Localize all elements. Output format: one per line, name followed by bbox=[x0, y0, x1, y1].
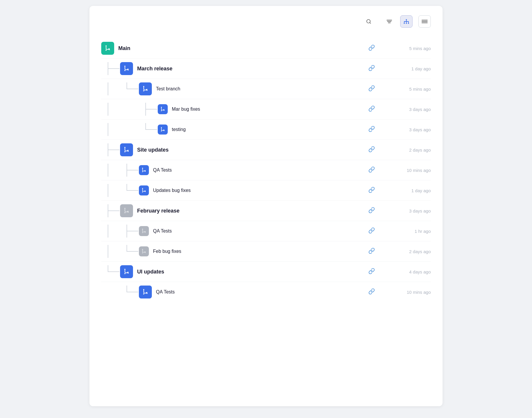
env-name: Site updates bbox=[137, 147, 169, 153]
svg-point-28 bbox=[164, 110, 164, 111]
link-button[interactable] bbox=[368, 268, 375, 276]
svg-point-19 bbox=[109, 49, 110, 50]
hamburger-icon bbox=[422, 19, 428, 24]
link-button[interactable] bbox=[368, 248, 375, 255]
link-button[interactable] bbox=[368, 166, 375, 174]
svg-point-31 bbox=[164, 130, 164, 131]
v-line bbox=[127, 245, 127, 251]
link-button[interactable] bbox=[368, 126, 375, 133]
link-button[interactable] bbox=[368, 65, 375, 72]
env-icon bbox=[139, 246, 149, 256]
svg-point-46 bbox=[145, 232, 146, 233]
env-icon bbox=[139, 82, 152, 95]
env-icon bbox=[120, 62, 133, 75]
env-name: QA Tests bbox=[153, 167, 172, 173]
svg-point-23 bbox=[143, 86, 144, 87]
tree-connector bbox=[101, 123, 158, 136]
list-item: Updates bug fixes 1 day ago bbox=[101, 180, 431, 201]
link-button[interactable] bbox=[368, 146, 375, 154]
svg-point-43 bbox=[128, 212, 129, 213]
timestamp: 1 hr ago bbox=[398, 229, 431, 234]
list-item: February release 3 days ago bbox=[101, 201, 431, 221]
env-icon bbox=[139, 286, 152, 298]
timestamp: 2 days ago bbox=[398, 249, 431, 254]
env-icon bbox=[120, 204, 133, 217]
list-item: QA Tests 1 hr ago bbox=[101, 221, 431, 241]
tree-icon bbox=[403, 19, 410, 24]
v-line bbox=[108, 184, 108, 197]
svg-point-48 bbox=[142, 253, 143, 253]
env-name: Updates bug fixes bbox=[153, 188, 191, 193]
timestamp: 4 days ago bbox=[398, 269, 431, 274]
h-line bbox=[127, 231, 138, 231]
env-name: Feb bug fixes bbox=[153, 249, 181, 254]
svg-point-47 bbox=[142, 249, 143, 250]
list-item: Mar bug fixes 3 days ago bbox=[101, 99, 431, 120]
link-button[interactable] bbox=[368, 288, 375, 296]
env-name: Main bbox=[118, 45, 130, 52]
svg-point-44 bbox=[142, 229, 143, 230]
h-line bbox=[108, 271, 119, 272]
env-icon bbox=[139, 185, 149, 195]
h-line bbox=[145, 129, 157, 130]
timestamp: 5 mins ago bbox=[398, 87, 431, 92]
svg-point-21 bbox=[124, 70, 126, 71]
v-line bbox=[108, 82, 108, 95]
svg-point-55 bbox=[147, 293, 148, 294]
tree-view-button[interactable] bbox=[400, 15, 413, 28]
env-name: QA Tests bbox=[156, 289, 175, 295]
list-item: Site updates 2 days ago bbox=[101, 140, 431, 160]
list-item: UI updates 4 days ago bbox=[101, 262, 431, 282]
env-name: QA Tests bbox=[153, 228, 172, 234]
list-item: testing 3 days ago bbox=[101, 120, 431, 140]
svg-point-42 bbox=[124, 212, 126, 213]
v-line bbox=[127, 82, 127, 89]
page-header bbox=[101, 15, 431, 28]
link-button[interactable] bbox=[368, 207, 375, 215]
tree-connector bbox=[101, 204, 120, 217]
env-name: UI updates bbox=[137, 269, 164, 275]
link-button[interactable] bbox=[368, 187, 375, 194]
env-name: February release bbox=[137, 208, 179, 214]
svg-point-38 bbox=[142, 188, 143, 189]
v-line bbox=[127, 286, 127, 292]
env-icon bbox=[101, 42, 114, 55]
timestamp: 10 mins ago bbox=[398, 290, 431, 295]
timestamp: 3 days ago bbox=[398, 127, 431, 132]
v-line bbox=[108, 103, 108, 116]
tree-connector bbox=[101, 103, 158, 116]
header-actions bbox=[364, 15, 431, 28]
svg-point-41 bbox=[124, 208, 126, 209]
env-name: testing bbox=[172, 127, 186, 132]
timestamp: 5 mins ago bbox=[398, 46, 431, 51]
h-line bbox=[127, 292, 138, 292]
list-item: QA Tests 10 mins ago bbox=[101, 160, 431, 180]
env-icon bbox=[120, 143, 133, 156]
tree-connector bbox=[101, 143, 120, 156]
timestamp: 3 days ago bbox=[398, 107, 431, 112]
svg-point-29 bbox=[161, 127, 162, 128]
svg-point-49 bbox=[145, 252, 146, 253]
search-button[interactable] bbox=[364, 18, 376, 25]
svg-point-54 bbox=[143, 293, 144, 295]
v-line bbox=[108, 164, 108, 177]
svg-point-33 bbox=[124, 151, 126, 152]
link-button[interactable] bbox=[368, 227, 375, 235]
menu-button[interactable] bbox=[418, 15, 431, 28]
link-button[interactable] bbox=[368, 105, 375, 113]
svg-point-52 bbox=[128, 273, 129, 274]
env-icon bbox=[120, 265, 133, 278]
svg-point-32 bbox=[124, 147, 126, 148]
link-button[interactable] bbox=[368, 85, 375, 93]
timestamp: 3 days ago bbox=[398, 208, 431, 213]
filter-button[interactable] bbox=[382, 18, 394, 25]
environments-tree: Main 5 mins ago March release 1 day ago … bbox=[101, 38, 431, 302]
v-line bbox=[145, 123, 146, 130]
svg-point-35 bbox=[142, 168, 143, 169]
timestamp: 1 day ago bbox=[398, 188, 431, 193]
link-button[interactable] bbox=[368, 44, 375, 52]
svg-point-37 bbox=[145, 171, 146, 172]
svg-point-20 bbox=[124, 66, 126, 67]
tree-connector bbox=[101, 62, 120, 75]
h-line bbox=[127, 190, 138, 191]
